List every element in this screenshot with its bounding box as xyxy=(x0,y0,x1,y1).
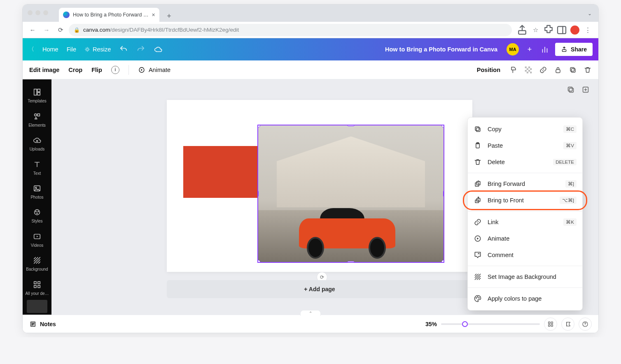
canvas-area[interactable]: ⟳ + Add page Copy ⌘C Paste ⌘V Delet xyxy=(51,79,598,315)
sidebar-item-elements[interactable]: Elements xyxy=(23,107,51,131)
notes-icon xyxy=(29,320,37,328)
help-button[interactable] xyxy=(579,318,592,331)
svg-rect-51 xyxy=(549,322,550,323)
cloud-sync-icon[interactable] xyxy=(154,45,163,54)
notes-button[interactable]: Notes xyxy=(29,320,56,328)
animate-button[interactable]: Animate xyxy=(138,66,170,74)
file-menu[interactable]: File xyxy=(67,46,76,53)
extensions-icon[interactable] xyxy=(542,24,555,36)
add-collaborator-button[interactable]: + xyxy=(525,44,535,54)
share-page-icon[interactable] xyxy=(516,24,528,36)
resize-handle[interactable] xyxy=(347,125,355,126)
sidebar-item-all-designs[interactable]: All your de… xyxy=(23,276,51,300)
ctx-copy[interactable]: Copy ⌘C xyxy=(468,121,582,137)
sidebar-item-styles[interactable]: Styles xyxy=(23,204,51,227)
ctx-comment[interactable]: Comment xyxy=(468,247,582,263)
nav-forward-button[interactable]: → xyxy=(41,24,52,36)
address-bar[interactable]: 🔒 canva.com/design/DAFBy4Hrk8I/TtrdcfBdU… xyxy=(69,24,512,36)
redo-button[interactable] xyxy=(136,45,145,54)
svg-rect-15 xyxy=(527,72,528,73)
back-chevron-icon[interactable]: 〈 xyxy=(28,46,34,53)
duplicate-icon[interactable] xyxy=(569,66,577,74)
resize-handle[interactable] xyxy=(441,260,444,263)
svg-rect-40 xyxy=(475,127,479,130)
crop-button[interactable]: Crop xyxy=(68,67,82,73)
ctx-divider xyxy=(468,173,582,173)
ctx-animate[interactable]: Animate xyxy=(468,230,582,247)
ctx-paste[interactable]: Paste ⌘V xyxy=(468,137,582,154)
insights-icon[interactable] xyxy=(540,45,549,54)
flip-button[interactable]: Flip xyxy=(91,67,102,73)
chrome-menu-icon[interactable]: ⋮ xyxy=(582,24,594,36)
sidebar-item-label: Uploads xyxy=(30,147,45,151)
share-button[interactable]: Share xyxy=(555,43,593,56)
context-menu: Copy ⌘C Paste ⌘V Delete DELETE Bring For… xyxy=(467,117,583,311)
design-page[interactable] xyxy=(167,100,472,272)
edit-image-button[interactable]: Edit image xyxy=(29,67,59,73)
resize-handle[interactable] xyxy=(257,260,260,263)
browser-tab[interactable]: How to Bring a Photo Forward … × xyxy=(59,8,159,22)
resize-handle[interactable] xyxy=(443,190,444,197)
sidebar-scroll-preview[interactable] xyxy=(27,300,47,313)
profile-avatar[interactable] xyxy=(569,24,581,36)
ctx-link[interactable]: Link ⌘K xyxy=(468,214,582,230)
tab-overflow-icon[interactable]: ⌄ xyxy=(588,11,592,16)
ctx-shortcut: ⌘C xyxy=(563,125,577,133)
link-icon[interactable] xyxy=(539,66,547,74)
ctx-bring-to-front[interactable]: Bring to Front ⌥⌘] xyxy=(468,192,582,209)
resize-handle[interactable] xyxy=(257,190,259,197)
sparkle-icon xyxy=(84,46,90,52)
svg-rect-44 xyxy=(477,181,480,185)
present-button[interactable] xyxy=(561,318,574,331)
resize-handle[interactable] xyxy=(347,261,355,263)
ctx-delete[interactable]: Delete DELETE xyxy=(468,154,582,170)
ctx-label: Animate xyxy=(488,235,577,242)
sidebar-item-text[interactable]: Text xyxy=(23,155,51,179)
user-avatar[interactable]: MA xyxy=(507,43,519,56)
traffic-max[interactable] xyxy=(43,10,48,15)
sidepanel-icon[interactable] xyxy=(556,24,568,36)
sidebar-item-templates[interactable]: Templates xyxy=(23,83,51,107)
copy-style-icon[interactable] xyxy=(509,66,518,74)
tab-close-icon[interactable]: × xyxy=(152,12,155,18)
sidebar-item-videos[interactable]: Videos xyxy=(23,228,51,252)
ctx-bring-forward[interactable]: Bring Forward ⌘] xyxy=(468,176,582,192)
palette-icon xyxy=(474,294,482,303)
traffic-min[interactable] xyxy=(35,10,40,15)
duplicate-page-icon[interactable] xyxy=(566,85,575,94)
home-link[interactable]: Home xyxy=(42,46,58,53)
ctx-label: Set Image as Background xyxy=(488,274,577,280)
ctx-apply-colors[interactable]: Apply colors to page xyxy=(468,290,582,307)
sidebar-item-background[interactable]: Background xyxy=(23,252,51,276)
nav-back-button[interactable]: ← xyxy=(27,24,38,36)
traffic-close[interactable] xyxy=(28,10,33,15)
resize-menu[interactable]: Resize xyxy=(84,46,111,53)
zoom-slider-thumb[interactable] xyxy=(462,321,468,327)
add-page-icon[interactable] xyxy=(581,85,590,94)
svg-point-29 xyxy=(38,211,39,212)
new-tab-button[interactable]: + xyxy=(163,10,175,22)
transparency-icon[interactable] xyxy=(524,66,532,74)
sidebar-item-photos[interactable]: Photos xyxy=(23,180,51,204)
selected-photo-element[interactable] xyxy=(257,125,444,263)
image-info-icon[interactable]: i xyxy=(111,66,119,74)
position-button[interactable]: Position xyxy=(477,67,500,73)
sidebar-item-uploads[interactable]: Uploads xyxy=(23,132,51,155)
ctx-set-bg[interactable]: Set Image as Background xyxy=(468,269,582,285)
sidebar-item-label: Background xyxy=(26,267,48,271)
undo-button[interactable] xyxy=(119,45,128,54)
resize-handle[interactable] xyxy=(441,125,444,128)
bookmark-star-icon[interactable]: ☆ xyxy=(529,24,542,36)
ctx-shortcut: ⌥⌘] xyxy=(560,197,577,204)
zoom-percent[interactable]: 35% xyxy=(425,321,437,327)
collapse-panel-icon[interactable]: ⌃ xyxy=(300,310,321,316)
delete-icon[interactable] xyxy=(584,66,592,74)
document-title[interactable]: How to Bring a Photo Forward in Canva xyxy=(385,46,497,53)
grid-view-button[interactable] xyxy=(544,318,557,331)
nav-reload-button[interactable]: ⟳ xyxy=(55,24,66,36)
trash-icon xyxy=(474,158,482,166)
add-page-button[interactable]: + Add page xyxy=(167,280,472,298)
zoom-slider-track[interactable] xyxy=(441,323,540,325)
lock-icon[interactable] xyxy=(554,66,562,74)
svg-rect-53 xyxy=(549,325,550,326)
